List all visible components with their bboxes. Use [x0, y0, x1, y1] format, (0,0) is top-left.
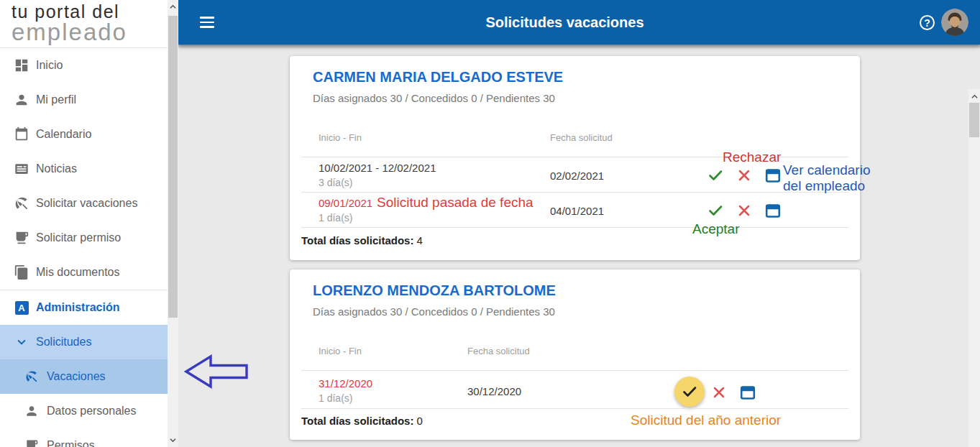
total-days-label: Total días solicitados:	[301, 234, 413, 246]
total-days: Total días solicitados: 4	[301, 234, 423, 246]
reject-icon[interactable]	[736, 167, 753, 184]
divider	[301, 408, 848, 409]
sidebar-item-calendario[interactable]: Calendario	[0, 117, 168, 152]
view-calendar-icon[interactable]	[739, 384, 756, 401]
content-scrollbar[interactable]	[968, 89, 980, 447]
app-logo: tu portal del empleado	[0, 0, 168, 48]
total-days-value: 0	[417, 415, 423, 427]
beach-umbrella-icon	[24, 369, 39, 384]
sidebar-item-administracion[interactable]: A Administración	[0, 290, 168, 325]
sidebar-item-label: Solicitar vacaciones	[36, 197, 137, 210]
days-summary: Días asignados 30 / Concedidos 0 / Pendi…	[313, 305, 555, 318]
dashboard-icon	[13, 57, 30, 74]
column-header-fecha-solicitud: Fecha solicitud	[467, 346, 530, 356]
sidebar-item-label: Permisos	[47, 439, 95, 447]
employee-card-carmen: CARMEN MARIA DELGADO ESTEVE Días asignad…	[290, 56, 860, 260]
vacation-days: 1 día(s)	[319, 212, 352, 224]
sidebar-item-label: Datos personales	[47, 405, 137, 418]
total-days-label: Total días solicitados:	[301, 415, 413, 427]
sidebar-item-label: Noticias	[36, 162, 77, 175]
divider	[301, 192, 848, 193]
admin-badge-icon: A	[13, 299, 30, 316]
chevron-down-icon	[13, 333, 30, 351]
sidebar-item-label: Calendario	[36, 128, 91, 141]
scroll-up-icon[interactable]	[168, 1, 178, 12]
person-icon	[24, 404, 39, 418]
approve-icon-highlighted[interactable]	[674, 377, 705, 407]
coffee-cup-icon	[24, 438, 39, 447]
sidebar-item-solicitudes[interactable]: Solicitudes	[0, 325, 168, 359]
vacation-range: 09/01/2021	[319, 197, 372, 209]
news-icon	[13, 160, 30, 178]
sidebar-item-label: Vacaciones	[47, 370, 106, 383]
reject-icon[interactable]	[710, 384, 728, 401]
sidebar-item-label: Administración	[36, 301, 119, 314]
employee-card-lorenzo: LORENZO MENDOZA BARTOLOME Días asignados…	[290, 269, 860, 440]
scrollbar-thumb[interactable]	[969, 103, 979, 137]
scroll-up-icon[interactable]	[968, 91, 980, 102]
scrollbar-thumb[interactable]	[168, 16, 178, 318]
sidebar-item-solicitar-permiso[interactable]: Solicitar permiso	[0, 221, 168, 255]
total-days-value: 4	[417, 234, 423, 246]
sidebar-item-vacaciones[interactable]: Vacaciones	[0, 359, 168, 394]
view-calendar-icon[interactable]	[764, 167, 782, 184]
reject-icon[interactable]	[736, 202, 753, 219]
sidebar-item-inicio[interactable]: Inicio	[0, 48, 168, 83]
vacation-range: 31/12/2020	[319, 377, 372, 390]
help-glyph: ?	[924, 17, 930, 29]
calendar-icon	[13, 126, 30, 143]
request-date: 02/02/2021	[550, 170, 604, 182]
sidebar-item-solicitar-vacaciones[interactable]: Solicitar vacaciones	[0, 186, 168, 221]
scroll-down-icon[interactable]	[168, 435, 178, 446]
sidebar-item-label: Mis documentos	[36, 266, 120, 279]
view-calendar-icon[interactable]	[764, 202, 782, 219]
sidebar-item-label: Mi perfil	[36, 93, 76, 106]
main-content: CARMEN MARIA DELGADO ESTEVE Días asignad…	[178, 45, 980, 447]
days-summary: Días asignados 30 / Concedidos 0 / Pendi…	[313, 92, 555, 104]
sidebar: tu portal del empleado Inicio Mi perfil …	[0, 0, 168, 447]
person-icon	[13, 91, 30, 109]
employee-name-link[interactable]: LORENZO MENDOZA BARTOLOME	[313, 282, 556, 299]
sidebar-item-noticias[interactable]: Noticias	[0, 152, 168, 186]
column-header-inicio-fin: Inicio - Fin	[319, 132, 362, 143]
sidebar-item-mi-perfil[interactable]: Mi perfil	[0, 83, 168, 117]
divider	[301, 157, 848, 157]
request-date: 30/12/2020	[467, 385, 521, 397]
total-days: Total días solicitados: 0	[301, 415, 423, 427]
user-avatar[interactable]	[941, 9, 968, 36]
sidebar-item-datos-personales[interactable]: Datos personales	[0, 394, 168, 428]
request-date: 04/01/2021	[550, 205, 604, 217]
sidebar-item-permisos[interactable]: Permisos	[0, 428, 168, 447]
beach-umbrella-icon	[13, 195, 30, 212]
coffee-cup-icon	[13, 229, 30, 246]
sidebar-item-label: Inicio	[36, 59, 63, 72]
vacation-days: 1 día(s)	[319, 392, 352, 404]
app-header: Solicitudes vacaciones ?	[178, 0, 980, 45]
approve-icon[interactable]	[707, 202, 724, 219]
sidebar-item-label: Solicitar permiso	[36, 231, 121, 244]
approve-icon[interactable]	[707, 167, 724, 184]
divider	[301, 370, 848, 371]
divider	[301, 227, 848, 228]
logo-line2: empleado	[12, 19, 168, 46]
sidebar-item-label: Solicitudes	[36, 336, 91, 349]
page-title: Solicitudes vacaciones	[178, 0, 951, 45]
vacation-range: 10/02/2021 - 12/02/2021	[319, 162, 436, 174]
column-header-fecha-solicitud: Fecha solicitud	[550, 132, 613, 143]
sidebar-scrollbar[interactable]	[168, 0, 178, 447]
documents-icon	[13, 264, 30, 281]
help-icon[interactable]: ?	[920, 15, 935, 30]
sidebar-item-mis-documentos[interactable]: Mis documentos	[0, 255, 168, 290]
employee-name-link[interactable]: CARMEN MARIA DELGADO ESTEVE	[313, 69, 563, 86]
column-header-inicio-fin: Inicio - Fin	[319, 346, 362, 356]
vacation-days: 3 día(s)	[319, 177, 352, 188]
